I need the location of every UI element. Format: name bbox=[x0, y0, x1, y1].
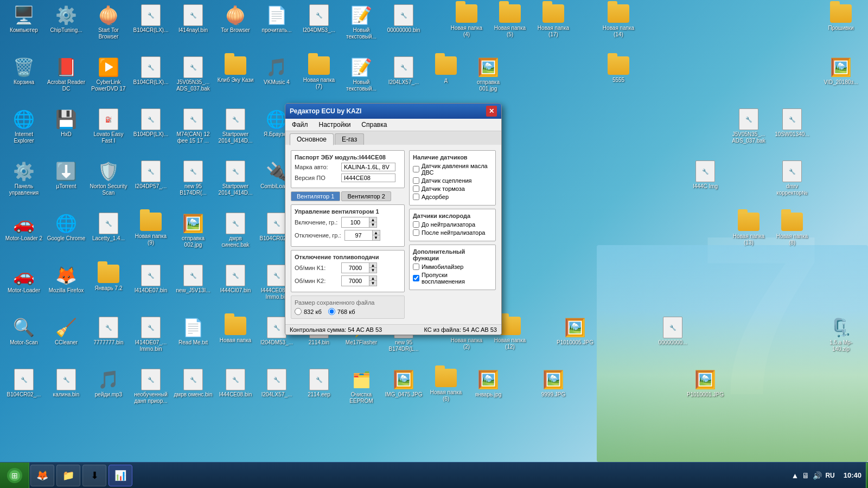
radio-832-input[interactable] bbox=[295, 308, 302, 315]
desktop-icon-lovato[interactable]: ⛽ Lovato Easy Fast I bbox=[87, 106, 130, 146]
radio-832[interactable]: 832 кб bbox=[295, 308, 322, 315]
desktop-icon-tor-browser[interactable]: 🧅 Tor Browser bbox=[214, 2, 257, 36]
obmin-k2-input[interactable] bbox=[342, 277, 369, 285]
desktop-icon-folder17[interactable]: Новая папка (17) bbox=[532, 2, 575, 40]
taskbar-app4-button[interactable]: 📊 bbox=[108, 465, 132, 486]
desktop-icon-procitat[interactable]: 📄 прочитать... bbox=[255, 2, 298, 36]
desktop-icon-dmrv[interactable]: 🔧 dmrv корректор№ bbox=[770, 158, 814, 198]
desktop-icon-readme[interactable]: 📄 Read Me.txt bbox=[171, 314, 215, 348]
desktop-icon-utorrent[interactable]: ⬇️ µTorrent bbox=[44, 158, 88, 192]
desktop-icon-vkmusic[interactable]: 🎵 VKMusic 4 bbox=[255, 54, 298, 88]
desktop-icon-folder8[interactable]: Новая папка (8) bbox=[770, 210, 814, 248]
otkl-down-button[interactable]: ▼ bbox=[372, 235, 380, 240]
sensor1-checkbox[interactable] bbox=[413, 166, 419, 172]
desktop-icon-9999jpg[interactable]: 🖼️ 9999.JPG bbox=[532, 367, 575, 400]
taskbar-explorer-button[interactable]: 📁 bbox=[56, 465, 80, 486]
desktop-icon-folder13[interactable]: Новая папка (13) bbox=[727, 210, 770, 248]
vkl-down-button[interactable]: ▼ bbox=[369, 222, 376, 227]
desktop-icon-vid2018[interactable]: 🖼️ VID_20180з... bbox=[819, 54, 863, 88]
desktop-icon-firefox[interactable]: 🦊 Mozilla Firefox bbox=[44, 262, 88, 296]
desktop-icon-folder9[interactable]: Новая папка (9) bbox=[129, 210, 173, 248]
fan-tab-1[interactable]: Вентилятор 1 bbox=[291, 191, 340, 201]
desktop-icon-10sw01340[interactable]: 🔧 10SW01340... bbox=[770, 106, 814, 140]
desktop-icon-ccleaner[interactable]: 🧹 CCleaner bbox=[44, 314, 88, 348]
radio-768[interactable]: 768 кб bbox=[328, 308, 355, 315]
desktop-icon-2114eep[interactable]: 🔧 2114.eep bbox=[297, 367, 341, 400]
desktop-icon-reydi[interactable]: 🎵 рейди.mp3 bbox=[87, 367, 130, 400]
desktop-icon-i414de07[interactable]: 🔧 I414DE07.bin bbox=[129, 262, 173, 296]
add1-checkbox[interactable] bbox=[413, 264, 419, 270]
desktop-icon-7777777[interactable]: 🔧 7777777.bin bbox=[87, 314, 130, 348]
desktop-icon-new95[interactable]: 🔧 new 95 B174DR(... bbox=[171, 158, 215, 198]
desktop-icon-folder6[interactable]: Новая папка (6) bbox=[424, 367, 468, 404]
desktop-icon-klub[interactable]: Клиб Эку Кази bbox=[214, 54, 257, 86]
desktop-icon-j5v05n35[interactable]: 🔧 J5V05N35_... ADS_037.bak bbox=[171, 54, 215, 94]
desktop-icon-i204lx57b[interactable]: 🔧 I204LX57_... bbox=[255, 367, 298, 400]
desktop-icon-newtext2[interactable]: 📝 Новый текстовый... bbox=[340, 54, 383, 94]
taskbar-firefox-button[interactable]: 🦊 bbox=[30, 465, 54, 486]
add2-checkbox[interactable] bbox=[413, 275, 419, 281]
show-desktop-button[interactable] bbox=[866, 463, 868, 489]
start-button[interactable]: ⊞ bbox=[0, 463, 29, 489]
desktop-icon-chrome[interactable]: 🌐 Google Chrome bbox=[44, 210, 88, 244]
otkl-input[interactable] bbox=[345, 232, 372, 239]
sensor4-checkbox[interactable] bbox=[413, 194, 419, 200]
dialog-menu-help[interactable]: Справка bbox=[359, 120, 389, 130]
obmin-k1-input[interactable] bbox=[342, 264, 369, 272]
taskbar-utorrent-button[interactable]: ⬇ bbox=[82, 465, 106, 486]
desktop-icon-p1010001[interactable]: 🖼️ P1010001.JPG bbox=[684, 367, 727, 400]
desktop-icon-startpower[interactable]: 🔧 Startpower 2014_I414D... bbox=[214, 106, 257, 146]
desktop-icon-i444cimg[interactable]: 🔧 I444C Img bbox=[684, 158, 727, 192]
tray-network-icon[interactable]: 🖥 bbox=[802, 471, 809, 480]
vkl-up-button[interactable]: ▲ bbox=[369, 217, 376, 222]
desktop-icon-cyberlink[interactable]: ▶️ CyberLink PowerDVD 17 bbox=[87, 54, 130, 94]
obmin-k2-spinner[interactable]: ▲ ▼ bbox=[341, 275, 377, 286]
tray-volume-icon[interactable]: 🔊 bbox=[813, 471, 822, 480]
sensor3-checkbox[interactable] bbox=[413, 185, 419, 192]
desktop-icon-img0475[interactable]: 🖼️ IMG_0475.JPG bbox=[382, 367, 425, 400]
desktop-icon-i414de07immo[interactable]: 🔧 I414DE07_... Immo.bin bbox=[129, 314, 173, 355]
obmin-k1-up-button[interactable]: ▲ bbox=[369, 263, 376, 268]
desktop-icon-newj5v13i[interactable]: 🔧 new_J5V13I... bbox=[171, 262, 215, 296]
desktop-icon-000000b2[interactable]: 🔧 00000000... bbox=[651, 314, 694, 348]
desktop-icon-000000[interactable]: 🔧 00000000.bin bbox=[382, 2, 425, 36]
sensor2-checkbox[interactable] bbox=[413, 177, 419, 184]
desktop-icon-newfolder-r7[interactable]: Новая папка bbox=[214, 314, 257, 346]
dialog-close-button[interactable]: ✕ bbox=[486, 106, 497, 117]
desktop-icon-kalina[interactable]: 🔧 калина.bin bbox=[44, 367, 88, 400]
radio-768-input[interactable] bbox=[328, 308, 335, 315]
desktop-icon-otpravka002[interactable]: 🖼️ отправка 002.jpg bbox=[171, 210, 215, 251]
tray-lang[interactable]: RU bbox=[825, 472, 834, 479]
obmin-k1-down-button[interactable]: ▼ bbox=[369, 268, 376, 273]
desktop-icon-panel[interactable]: ⚙️ Панель управления bbox=[2, 158, 46, 198]
desktop-icon-norton[interactable]: 🛡️ Norton Security Scan bbox=[87, 158, 130, 198]
desktop-icon-b104cr[interactable]: 🔧 B104CR(LX)... bbox=[129, 2, 173, 36]
clock[interactable]: 10:40 bbox=[839, 471, 866, 479]
desktop-icon-acrobat[interactable]: 📕 Acrobat Reader DC bbox=[44, 54, 88, 94]
desktop-icon-dmrv-sinens[interactable]: 🔧 дмрв синенс.bak bbox=[214, 210, 257, 251]
otkl-up-button[interactable]: ▲ bbox=[372, 230, 380, 235]
obmin-k1-spinner[interactable]: ▲ ▼ bbox=[341, 262, 377, 273]
desktop-icon-otpravka001[interactable]: 🖼️ отправка 001.jpg bbox=[467, 54, 510, 94]
desktop-icon-ochistka[interactable]: 🗂️ Очистка EEPROM bbox=[340, 367, 383, 407]
desktop-icon-computer[interactable]: 🖥️ Компьютер bbox=[2, 2, 46, 36]
desktop-icon-folder7[interactable]: Новая папка (7) bbox=[297, 54, 341, 92]
o2-2-checkbox[interactable] bbox=[413, 229, 419, 236]
desktop-icon-folder14[interactable]: Новая папка (14) bbox=[597, 2, 640, 40]
desktop-icon-motorloader2[interactable]: 🚗 Motor-Loader 2 bbox=[2, 210, 46, 244]
desktop-icon-b104cr02b[interactable]: 🔧 B104CR02_... bbox=[2, 367, 46, 400]
desktop-icon-i204lx57[interactable]: 🔧 I204LX57_... bbox=[382, 54, 425, 88]
desktop-icon-neobuch[interactable]: 🔧 необученный данп приор... bbox=[129, 367, 173, 407]
desktop-icon-startpower2[interactable]: 🔧 Startpower 2014_I414D... bbox=[214, 158, 257, 198]
desktop-icon-korzina[interactable]: 🗑️ Корзина bbox=[2, 54, 46, 88]
desktop-icon-i414nayl[interactable]: 🔧 I414nayl.bin bbox=[171, 2, 215, 36]
desktop-icon-motorscan[interactable]: 🔍 Motor-Scan bbox=[2, 314, 46, 348]
obmin-k2-down-button[interactable]: ▼ bbox=[369, 281, 376, 286]
fan-tab-2[interactable]: Вентилятор 2 bbox=[341, 191, 391, 201]
vkl-input[interactable] bbox=[342, 219, 369, 226]
desktop-icon-s5555[interactable]: 5555 bbox=[597, 54, 640, 86]
dialog-menu-file[interactable]: Файл bbox=[290, 120, 310, 130]
desktop-icon-ie[interactable]: 🌐 Internet Explorer bbox=[2, 106, 46, 146]
tray-arrow-icon[interactable]: ▲ bbox=[792, 471, 799, 480]
desktop-icon-zip15a[interactable]: 🗜️ 1,5.а Mp-140.zip bbox=[819, 314, 863, 355]
